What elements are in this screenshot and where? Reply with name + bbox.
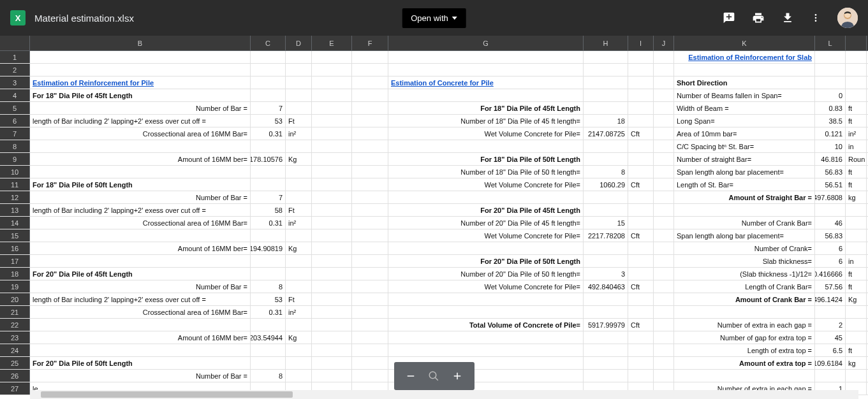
cell-E20[interactable] — [312, 293, 352, 306]
cell-M13[interactable] — [846, 204, 867, 217]
cell-K26[interactable] — [674, 370, 815, 382]
cell-K23[interactable]: Number of gap for extra top = — [674, 331, 815, 344]
cell-K2[interactable] — [674, 64, 815, 76]
cell-H1[interactable] — [584, 51, 628, 64]
cell-D3[interactable] — [286, 76, 312, 89]
cell-L14[interactable]: 46 — [815, 217, 846, 229]
horizontal-scrollbar[interactable] — [30, 390, 858, 399]
cell-C15[interactable] — [251, 229, 286, 242]
cell-J21[interactable] — [654, 306, 674, 319]
cell-G21[interactable] — [388, 306, 584, 319]
cell-H10[interactable]: 8 — [584, 166, 628, 178]
cell-I12[interactable] — [628, 191, 654, 204]
cell-F16[interactable] — [352, 242, 388, 255]
cell-I17[interactable] — [628, 255, 654, 268]
cell-M5[interactable]: ft — [846, 102, 867, 115]
row-number[interactable]: 5 — [0, 102, 30, 114]
cell-D16[interactable]: Kg — [286, 242, 312, 255]
cell-M25[interactable]: kg — [846, 357, 867, 370]
cell-M9[interactable]: Roun — [846, 153, 867, 166]
cell-E23[interactable] — [312, 331, 352, 344]
user-avatar[interactable] — [837, 8, 858, 28]
cell-B4[interactable]: For 18" Dia Pile of 45ft Length — [30, 89, 251, 102]
cell-C25[interactable] — [251, 357, 286, 370]
download-icon[interactable] — [781, 11, 794, 24]
cell-M11[interactable]: ft — [846, 178, 867, 191]
cell-H24[interactable] — [584, 344, 628, 357]
cell-C19[interactable]: 8 — [251, 280, 286, 293]
cell-H4[interactable] — [584, 89, 628, 102]
cell-C1[interactable] — [251, 51, 286, 64]
cell-C18[interactable] — [251, 268, 286, 280]
cell-B26[interactable]: Number of Bar = — [30, 370, 251, 382]
cell-D22[interactable] — [286, 319, 312, 331]
cell-D11[interactable] — [286, 178, 312, 191]
cell-D14[interactable]: in² — [286, 217, 312, 229]
cell-C17[interactable] — [251, 255, 286, 268]
cell-J11[interactable] — [654, 178, 674, 191]
cell-M2[interactable] — [846, 64, 867, 76]
cell-G10[interactable]: Number of 18" Dia Pile of 50 ft length= — [388, 166, 584, 178]
cell-D20[interactable]: Ft — [286, 293, 312, 306]
cell-I16[interactable] — [628, 242, 654, 255]
column-header-C[interactable]: C — [251, 36, 286, 51]
cell-L22[interactable]: 2 — [815, 319, 846, 331]
cell-K25[interactable]: Amount of extra top = — [674, 357, 815, 370]
cell-E18[interactable] — [312, 268, 352, 280]
print-icon[interactable] — [752, 11, 765, 24]
row-number[interactable]: 21 — [0, 306, 30, 318]
cell-G16[interactable] — [388, 242, 584, 255]
cell-G4[interactable] — [388, 89, 584, 102]
horizontal-scrollbar-thumb[interactable] — [41, 391, 293, 398]
cell-F20[interactable] — [352, 293, 388, 306]
cell-K18[interactable]: (Slab thickness -1)/12= — [674, 268, 815, 280]
cell-K22[interactable]: Number of extra in each gap = — [674, 319, 815, 331]
cell-M23[interactable] — [846, 331, 867, 344]
cell-M15[interactable] — [846, 229, 867, 242]
cell-K10[interactable]: Span length along bar placement= — [674, 166, 815, 178]
cell-H6[interactable]: 18 — [584, 115, 628, 127]
cell-D23[interactable]: Kg — [286, 331, 312, 344]
cell-G18[interactable]: Number of 20" Dia Pile of 50 ft length= — [388, 268, 584, 280]
cell-I18[interactable] — [628, 268, 654, 280]
cell-I10[interactable] — [628, 166, 654, 178]
cell-I5[interactable] — [628, 102, 654, 115]
cell-E21[interactable] — [312, 306, 352, 319]
cell-K7[interactable]: Area of 10mm bar= — [674, 127, 815, 140]
cell-B20[interactable]: length of Bar including 2' lapping+2' ex… — [30, 293, 251, 306]
cell-D21[interactable]: in² — [286, 306, 312, 319]
cell-I25[interactable] — [628, 357, 654, 370]
cell-J10[interactable] — [654, 166, 674, 178]
cell-L10[interactable]: 56.83 — [815, 166, 846, 178]
row-number[interactable]: 6 — [0, 115, 30, 127]
cell-L15[interactable]: 56.83 — [815, 229, 846, 242]
cell-D25[interactable] — [286, 357, 312, 370]
cell-J4[interactable] — [654, 89, 674, 102]
cell-M26[interactable] — [846, 370, 867, 382]
cell-K14[interactable]: Number of Crank Bar= — [674, 217, 815, 229]
cell-C7[interactable]: 0.31 — [251, 127, 286, 140]
cell-H14[interactable]: 15 — [584, 217, 628, 229]
cell-D12[interactable] — [286, 191, 312, 204]
cell-D6[interactable]: Ft — [286, 115, 312, 127]
cell-D19[interactable] — [286, 280, 312, 293]
cell-D13[interactable]: Ft — [286, 204, 312, 217]
cell-J19[interactable] — [654, 280, 674, 293]
column-header-L[interactable]: L — [815, 36, 846, 51]
cell-L9[interactable]: 46.816 — [815, 153, 846, 166]
cell-H13[interactable] — [584, 204, 628, 217]
column-header-M[interactable] — [846, 36, 867, 51]
cell-F2[interactable] — [352, 64, 388, 76]
cell-B2[interactable] — [30, 64, 251, 76]
row-number[interactable]: 24 — [0, 344, 30, 356]
cell-I23[interactable] — [628, 331, 654, 344]
cell-I19[interactable]: Cft — [628, 280, 654, 293]
cell-G14[interactable]: Number of 20" Dia Pile of 45 ft length= — [388, 217, 584, 229]
cell-E17[interactable] — [312, 255, 352, 268]
row-number[interactable]: 20 — [0, 293, 30, 305]
cell-L17[interactable]: 6 — [815, 255, 846, 268]
cell-K21[interactable] — [674, 306, 815, 319]
cell-I26[interactable] — [628, 370, 654, 382]
cell-B15[interactable] — [30, 229, 251, 242]
cell-K13[interactable] — [674, 204, 815, 217]
